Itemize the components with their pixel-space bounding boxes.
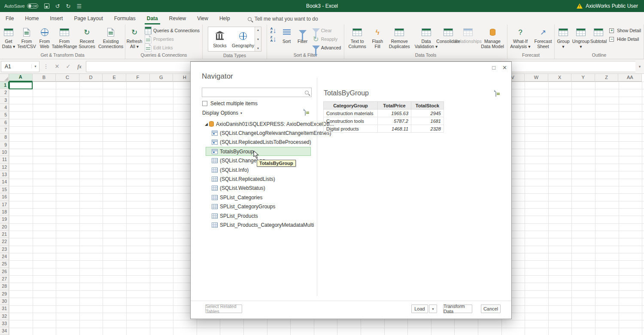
tree-root-database[interactable]: ◢AxioDanish01\SQLEXPRESS: AxioDemoExcelD…	[191, 119, 334, 128]
advanced-button[interactable]: Advanced	[311, 43, 343, 52]
row-header-32[interactable]: 32	[0, 313, 9, 320]
row-header-19[interactable]: 19	[0, 216, 9, 223]
column-header-e[interactable]: E	[103, 74, 126, 82]
tab-page-layout[interactable]: Page Layout	[68, 13, 108, 24]
tab-file[interactable]: File	[0, 13, 19, 24]
tab-data[interactable]: Data	[141, 13, 164, 24]
row-header-10[interactable]: 10	[0, 149, 9, 156]
row-header-22[interactable]: 22	[0, 238, 9, 245]
load-split-caret-icon[interactable]: ▾	[429, 305, 437, 313]
refresh-all-button[interactable]: ↻Refresh All ▾	[126, 25, 143, 52]
column-header-y[interactable]: Y	[571, 74, 595, 82]
icon-button[interactable]: AZ↓	[268, 26, 279, 35]
get-data-button[interactable]: Get Data ▾	[1, 25, 16, 52]
row-header-6[interactable]: 6	[0, 119, 9, 126]
name-box[interactable]: A1 ▾	[1, 61, 39, 72]
row-header-12[interactable]: 12	[0, 164, 9, 171]
row-header-33[interactable]: 33	[0, 320, 9, 327]
selected-cell-a1[interactable]	[9, 82, 33, 89]
row-header-29[interactable]: 29	[0, 290, 9, 298]
reapply-button[interactable]: ↻Reapply	[311, 35, 343, 43]
confirm-entry-icon[interactable]: ✓	[63, 63, 74, 70]
autosave-switch-icon[interactable]: Off	[27, 3, 38, 9]
tree-item-totalsbygroup[interactable]: TotalsByGroup	[191, 147, 254, 156]
navigator-search-input[interactable]	[202, 88, 305, 97]
relationships-button[interactable]: Relationships	[458, 25, 478, 52]
insert-function-icon[interactable]: fx	[74, 63, 85, 70]
undo-icon[interactable]: ↺	[55, 3, 60, 9]
column-header-x[interactable]: X	[548, 74, 572, 82]
tab-review[interactable]: Review	[164, 13, 191, 24]
tree-item-splist-categorygroups[interactable]: SPList_CategoryGroups	[191, 202, 275, 211]
tree-item-splist-categories[interactable]: SPList_Categories	[191, 193, 262, 202]
hide-detail-button[interactable]: −Hide Detail	[607, 35, 643, 43]
gallery-up-icon[interactable]: ▴	[257, 28, 259, 32]
filter-button[interactable]: Filter	[295, 25, 310, 52]
row-header-8[interactable]: 8	[0, 134, 9, 141]
dialog-close-icon[interactable]: ✕	[502, 64, 507, 71]
sort-button[interactable]: Sort	[279, 25, 295, 52]
formula-bar-expand-icon[interactable]: ▾	[635, 64, 644, 69]
from-web-button[interactable]: From Web	[37, 25, 52, 52]
forecast-sheet-button[interactable]: ↗Forecast Sheet	[533, 25, 553, 52]
account-user-name[interactable]: AxioWorks Public User	[586, 3, 638, 9]
clear-button[interactable]: Clear	[311, 26, 343, 35]
tab-view[interactable]: View	[191, 13, 214, 24]
tab-help[interactable]: Help	[214, 13, 236, 24]
navigator-search-box[interactable]	[202, 88, 312, 97]
gallery-down-icon[interactable]: ▾	[257, 37, 259, 41]
row-header-18[interactable]: 18	[0, 208, 9, 216]
properties-button[interactable]: Properties	[143, 35, 201, 43]
gallery-item-stocks[interactable]: Stocks	[208, 27, 231, 51]
tab-formulas[interactable]: Formulas	[109, 13, 141, 24]
column-header-b[interactable]: B	[33, 74, 56, 82]
select-all-corner[interactable]	[0, 74, 9, 82]
column-header-w[interactable]: W	[525, 74, 548, 82]
gallery-item-geography[interactable]: Geography	[231, 27, 255, 51]
tree-item-splist-products[interactable]: SPList_Products	[191, 211, 258, 220]
icon-button[interactable]: ZA↓	[268, 35, 279, 43]
row-header-1[interactable]: 1	[0, 82, 9, 89]
redo-icon[interactable]: ↻	[66, 3, 71, 9]
tree-item-splist-products-categorymetadatamulti[interactable]: SPList_Products_CategoryMetadataMulti	[191, 220, 314, 229]
account-warning-icon[interactable]	[577, 3, 583, 9]
row-header-5[interactable]: 5	[0, 111, 9, 119]
row-header-13[interactable]: 13	[0, 171, 9, 178]
row-header-16[interactable]: 16	[0, 193, 9, 201]
row-header-31[interactable]: 31	[0, 305, 9, 312]
row-header-21[interactable]: 21	[0, 231, 9, 238]
tree-item-sqlist-changelogrelevantchangeitementries[interactable]: (SQList.ChangeLogRelevantChangeItemEntri…	[191, 128, 331, 137]
tree-item-sqlist-changelog[interactable]: (SQList.ChangeLog	[191, 156, 265, 165]
column-header-f[interactable]: F	[126, 74, 150, 82]
edit-links-button[interactable]: Edit Links	[143, 43, 201, 52]
existing-connections-button[interactable]: Existing Connections	[97, 25, 124, 52]
column-header-z[interactable]: Z	[595, 74, 619, 82]
row-header-15[interactable]: 15	[0, 186, 9, 193]
row-header-28[interactable]: 28	[0, 283, 9, 290]
customize-qat-icon[interactable]: ☰	[77, 3, 82, 9]
expand-collapse-icon[interactable]: ◢	[205, 122, 209, 126]
row-header-7[interactable]: 7	[0, 126, 9, 134]
row-header-11[interactable]: 11	[0, 156, 9, 163]
manage-data-model-button[interactable]: Manage Data Model	[479, 25, 506, 52]
gallery-more-icon[interactable]: ▾	[257, 46, 259, 50]
row-header-9[interactable]: 9	[0, 141, 9, 149]
row-header-2[interactable]: 2	[0, 89, 9, 96]
row-header-4[interactable]: 4	[0, 104, 9, 111]
formula-menu-icon[interactable]: ⋮	[40, 63, 52, 70]
remove-duplicates-button[interactable]: Remove Duplicates	[386, 25, 413, 52]
transform-data-button[interactable]: Transform Data	[443, 305, 472, 313]
name-box-caret-icon[interactable]: ▾	[31, 64, 39, 68]
data-validation-button[interactable]: Data Validation ▾	[413, 25, 439, 52]
row-header-34[interactable]: 34	[0, 327, 9, 335]
recent-sources-button[interactable]: ↻Recent Sources	[76, 25, 97, 52]
row-header-25[interactable]: 25	[0, 260, 9, 268]
load-button[interactable]: Load	[411, 305, 428, 313]
text-to-columns-button[interactable]: Text to Columns	[345, 25, 369, 52]
column-header-aa[interactable]: AA	[618, 74, 642, 82]
subtotal-button[interactable]: Subtotal	[591, 25, 606, 52]
from-text-csv-button[interactable]: From Text/CSV	[17, 25, 36, 52]
row-header-14[interactable]: 14	[0, 178, 9, 186]
show-detail-button[interactable]: +Show Detail	[607, 26, 643, 35]
navigator-search-icon[interactable]	[305, 91, 309, 94]
